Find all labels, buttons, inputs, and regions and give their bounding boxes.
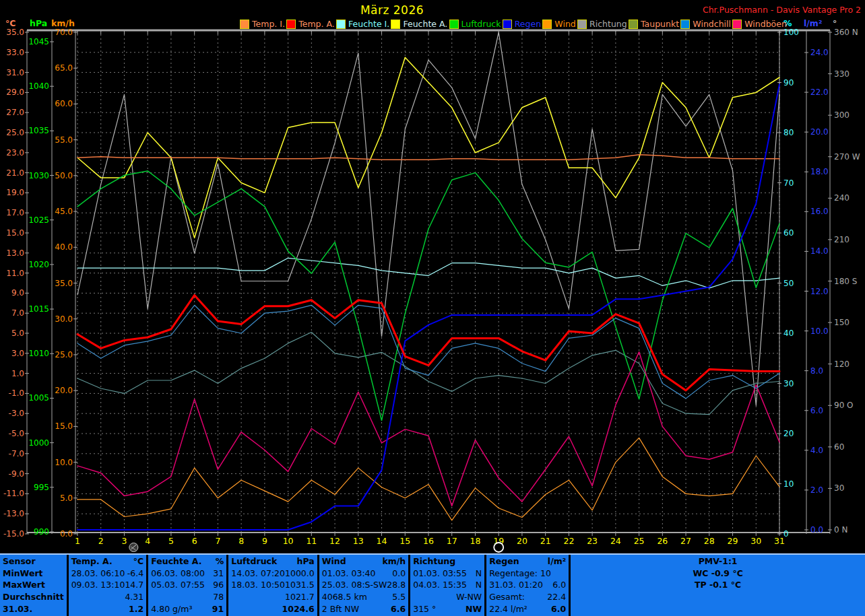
panel-cell-text: WC -0.9 °C	[693, 568, 742, 579]
panel-cell-value: %	[216, 556, 224, 567]
tick-label: 10	[783, 479, 794, 489]
tick-label: 1045	[28, 37, 49, 46]
tick-label: 20.0	[55, 386, 73, 395]
tick-label: 60	[834, 442, 844, 452]
panel-cell-value: NW	[466, 604, 482, 615]
x-day-label: 27	[680, 536, 691, 546]
panel-row-label: Durchschnitt	[3, 591, 64, 603]
x-day-label: 18	[470, 536, 481, 546]
tick-label: 45.0	[55, 207, 73, 216]
tick-label: -15.0	[3, 529, 24, 539]
statistics-panel: SensorMinWertMaxWertDurchschnitt31.03.Te…	[0, 553, 865, 616]
tick-label: 25.0	[55, 350, 73, 360]
tick-label: 1025	[28, 215, 49, 225]
panel-data-row: 1024.6	[231, 603, 315, 615]
panel-data-row: 04.03. 15:35N	[413, 580, 482, 592]
tick-label: 20	[783, 429, 794, 438]
panel-cell-text: Richtung	[413, 556, 455, 567]
tick-label: 22.0	[810, 88, 829, 97]
panel-cell-value: hPa	[297, 556, 315, 567]
x-day-label: 7	[215, 536, 220, 546]
panel-cell-text: Luftdruck	[231, 556, 277, 567]
panel-col-header: PMV-1:1	[573, 555, 862, 568]
x-day-label: 31	[774, 536, 785, 546]
x-day-label: 22	[563, 536, 574, 546]
panel-cell-text: MinWert	[3, 568, 43, 579]
panel-cell-value: N	[476, 568, 482, 579]
tick-label: 27.0	[6, 108, 24, 117]
tick-label: 23.0	[6, 148, 24, 158]
tick-label: 2.0	[810, 485, 823, 495]
x-day-label: 16	[423, 536, 434, 546]
tick-label: 3.0	[11, 349, 24, 358]
tick-label: 16.0	[810, 207, 829, 216]
tick-label: -11.0	[3, 489, 24, 498]
panel-col-pmv: PMV-1:1WC -0.9 °CTP -0.1 °C	[571, 555, 865, 616]
panel-row-label: Sensor	[3, 555, 64, 568]
weather-app-window: März 2026 Chr.Puschmann - Davis Vantage …	[0, 0, 865, 616]
tick-label: -13.0	[3, 509, 24, 518]
panel-cell-text: 4.80 g/m³	[151, 604, 192, 615]
panel-cell-value: 4.31	[125, 592, 143, 603]
tick-label: 15.0	[6, 228, 24, 238]
x-day-label: 3	[121, 536, 127, 546]
tick-label: 24.0	[810, 48, 829, 57]
tick-label: 35.0	[55, 279, 73, 288]
x-day-label: 6	[192, 536, 197, 546]
x-day-label: 20	[517, 536, 527, 546]
tick-label: -5.0	[9, 429, 24, 438]
tick-label: 4.0	[810, 446, 823, 455]
panel-data-row	[573, 591, 862, 603]
panel-data-row: 05.03. 07:5596	[151, 580, 224, 592]
panel-cell-text: 14.03. 07:20	[231, 568, 285, 579]
panel-cell-value: 22.4	[547, 592, 566, 603]
panel-cell-value: 28.8	[387, 580, 406, 590]
panel-data-row: 06.03. 08:0031	[151, 568, 224, 580]
tick-label: 65.0	[55, 63, 73, 73]
panel-data-row: 28.03. 06:10-6.4	[71, 568, 144, 580]
panel-data-row: 14.03. 07:201000.0	[231, 568, 315, 580]
tick-label: 0.0	[60, 529, 73, 539]
panel-cell-text: 01.03. 03:40	[322, 568, 376, 579]
tick-label: 20.0	[810, 127, 829, 137]
panel-col-header: LuftdruckhPa	[231, 555, 315, 568]
tick-label: 120	[834, 360, 850, 369]
panel-cell-value: 1021.7	[285, 592, 315, 603]
tick-label: 150	[834, 318, 850, 327]
panel-cell-value: -6.4	[127, 568, 143, 579]
panel-cell-value: 96	[213, 580, 224, 590]
tick-label: 90 O	[834, 401, 854, 410]
tick-label: 31.0	[6, 68, 24, 77]
tick-label: 40	[783, 329, 794, 338]
tick-label: 60	[783, 228, 794, 238]
panel-col-header: Regenl/m²	[489, 555, 566, 568]
series-temp-i-line	[77, 155, 779, 160]
panel-cell-text: PMV-1:1	[699, 556, 738, 567]
x-day-label: 4	[145, 536, 150, 546]
x-day-label: 15	[399, 536, 410, 546]
panel-data-row: 22.4 l/m²6.0	[489, 603, 566, 615]
panel-col-header: Windkm/h	[322, 555, 406, 568]
x-day-label: 14	[377, 536, 387, 546]
panel-cell-value: 91	[212, 604, 224, 615]
panel-cell-text: Temp. A.	[71, 556, 113, 567]
panel-cell-text: 06.03. 08:00	[151, 568, 205, 579]
tick-label: 11.0	[6, 269, 24, 278]
tick-label: 995	[34, 483, 49, 492]
tick-label: 9.0	[11, 288, 24, 298]
panel-col-header: Feuchte A.%	[151, 555, 224, 568]
panel-data-row: Regentage: 10	[489, 568, 566, 580]
panel-cell-text: 01.03. 03:55	[413, 568, 467, 579]
panel-cell-text: Feuchte A.	[151, 556, 201, 567]
panel-cell-value: 1024.6	[282, 604, 315, 615]
panel-cell-value: 6.0	[551, 604, 566, 615]
panel-cell-text: Regentage: 10	[489, 568, 551, 579]
tick-label: 10.0	[810, 327, 829, 336]
tick-label: 1010	[28, 349, 49, 358]
tick-label: 12.0	[810, 287, 829, 296]
tick-label: 70	[783, 178, 794, 188]
tick-label: 13.0	[6, 248, 24, 258]
tick-label: -1.0	[9, 388, 24, 398]
tick-label: 15.0	[55, 421, 73, 431]
panel-data-row	[573, 603, 862, 615]
